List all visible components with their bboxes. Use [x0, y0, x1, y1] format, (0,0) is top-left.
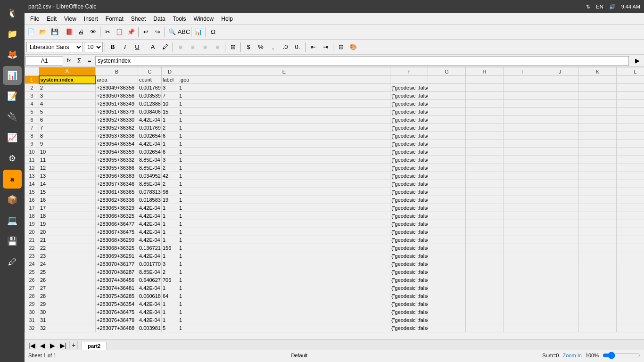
- cell-A2[interactable]: 2: [39, 84, 96, 92]
- cell-G9[interactable]: [428, 140, 466, 148]
- cell-K30[interactable]: [579, 308, 617, 316]
- cell-K12[interactable]: [579, 164, 617, 172]
- row-num-10[interactable]: 10: [25, 148, 39, 156]
- cell-H13[interactable]: [466, 172, 504, 180]
- cell-A6[interactable]: 6: [39, 116, 96, 124]
- redo-button[interactable]: ↪: [152, 26, 163, 38]
- menu-sheet[interactable]: Sheet: [127, 15, 149, 23]
- cell-C12[interactable]: 8.85E-04: [138, 164, 162, 172]
- row-num-25[interactable]: 25: [25, 268, 39, 276]
- cell-D5[interactable]: 15: [162, 108, 178, 116]
- edit-icon[interactable]: 🖊: [3, 253, 22, 272]
- cell-D12[interactable]: 2: [162, 164, 178, 172]
- cell-D1[interactable]: label: [162, 76, 178, 84]
- cell-K17[interactable]: [579, 204, 617, 212]
- cell-A1[interactable]: system:index: [39, 76, 96, 84]
- cell-I22[interactable]: [504, 244, 541, 252]
- cell-I12[interactable]: [504, 164, 541, 172]
- cell-F20[interactable]: {"geodesic":false,"type":"Polygon","coor…: [390, 228, 428, 236]
- cell-L30[interactable]: [617, 308, 644, 316]
- cell-E32[interactable]: 1: [178, 324, 390, 332]
- cell-B7[interactable]: +283052+36362: [96, 124, 138, 132]
- font-name-select[interactable]: Liberation Sans: [26, 42, 83, 52]
- cell-K2[interactable]: [579, 84, 617, 92]
- cell-D7[interactable]: 2: [162, 124, 178, 132]
- cell-F24[interactable]: {"geodesic":false,"type":"Polygon","coor…: [390, 260, 428, 268]
- cell-F19[interactable]: {"geodesic":false,"type":"Polygon","coor…: [390, 220, 428, 228]
- cell-I18[interactable]: [504, 212, 541, 220]
- cell-E24[interactable]: 1: [178, 260, 390, 268]
- formula-input[interactable]: [95, 56, 629, 66]
- cell-I16[interactable]: [504, 196, 541, 204]
- highlight-button[interactable]: 🖊: [159, 41, 171, 53]
- cell-D25[interactable]: 2: [162, 268, 178, 276]
- cell-C5[interactable]: 0.0084063431: [138, 108, 162, 116]
- cell-B17[interactable]: +283065+36329: [96, 204, 138, 212]
- cell-B23[interactable]: +283069+36291: [96, 252, 138, 260]
- cell-I26[interactable]: [504, 276, 541, 284]
- cell-J27[interactable]: [541, 284, 579, 292]
- cell-C7[interactable]: 0.0017697729: [138, 124, 162, 132]
- cell-I7[interactable]: [504, 124, 541, 132]
- cell-I8[interactable]: [504, 132, 541, 140]
- cell-K29[interactable]: [579, 300, 617, 308]
- cell-K7[interactable]: [579, 124, 617, 132]
- row-num-16[interactable]: 16: [25, 196, 39, 204]
- cell-L25[interactable]: [617, 268, 644, 276]
- cell-J19[interactable]: [541, 220, 579, 228]
- col-header-F[interactable]: F: [390, 67, 428, 76]
- cell-F30[interactable]: {"geodesic":false,"type":"Polygon","coor…: [390, 308, 428, 316]
- cell-E26[interactable]: 1: [178, 276, 390, 284]
- cell-J15[interactable]: [541, 188, 579, 196]
- cell-L3[interactable]: [617, 92, 644, 100]
- cell-F16[interactable]: {"geodesic":false,"type":"Polygon","coor…: [390, 196, 428, 204]
- cell-C11[interactable]: 8.85E-04: [138, 156, 162, 164]
- cell-I1[interactable]: [504, 76, 541, 84]
- cell-D21[interactable]: 1: [162, 236, 178, 244]
- cell-H24[interactable]: [466, 260, 504, 268]
- cell-D27[interactable]: 1: [162, 284, 178, 292]
- save-button[interactable]: 💾: [49, 26, 60, 38]
- cell-H29[interactable]: [466, 300, 504, 308]
- align-right-button[interactable]: ≡: [199, 41, 211, 53]
- cell-C24[interactable]: 0.0017700407: [138, 260, 162, 268]
- cell-I23[interactable]: [504, 252, 541, 260]
- zoom-slider[interactable]: [603, 352, 640, 359]
- cell-F21[interactable]: {"geodesic":false,"type":"Polygon","coor…: [390, 236, 428, 244]
- menu-edit[interactable]: Edit: [43, 15, 60, 23]
- cell-D24[interactable]: 3: [162, 260, 178, 268]
- cell-G8[interactable]: [428, 132, 466, 140]
- menu-view[interactable]: View: [60, 15, 80, 23]
- row-num-30[interactable]: 30: [25, 308, 39, 316]
- install-icon[interactable]: 📦: [3, 190, 22, 209]
- cell-E4[interactable]: 1: [178, 100, 390, 108]
- cell-L23[interactable]: [617, 252, 644, 260]
- cell-H28[interactable]: [466, 292, 504, 300]
- cell-H21[interactable]: [466, 236, 504, 244]
- italic-button[interactable]: I: [119, 41, 131, 53]
- cell-C20[interactable]: 4.42E-04: [138, 228, 162, 236]
- cell-B26[interactable]: +283074+36456: [96, 276, 138, 284]
- cell-I29[interactable]: [504, 300, 541, 308]
- cell-G22[interactable]: [428, 244, 466, 252]
- cell-H16[interactable]: [466, 196, 504, 204]
- cell-K22[interactable]: [579, 244, 617, 252]
- cell-K13[interactable]: [579, 172, 617, 180]
- cell-I20[interactable]: [504, 228, 541, 236]
- row-num-13[interactable]: 13: [25, 172, 39, 180]
- cell-H12[interactable]: [466, 164, 504, 172]
- cell-F23[interactable]: {"geodesic":false,"type":"Polygon","coor…: [390, 252, 428, 260]
- cell-E20[interactable]: 1: [178, 228, 390, 236]
- print-button[interactable]: 🖨: [75, 26, 87, 38]
- cell-C31[interactable]: 4.42E-04: [138, 316, 162, 324]
- cell-E7[interactable]: 1: [178, 124, 390, 132]
- cell-B22[interactable]: +283068+36325: [96, 244, 138, 252]
- cell-I25[interactable]: [504, 268, 541, 276]
- cell-I11[interactable]: [504, 156, 541, 164]
- cell-B2[interactable]: +283049+36356: [96, 84, 138, 92]
- preview-button[interactable]: 👁: [87, 26, 99, 38]
- row-num-2[interactable]: 2: [25, 84, 39, 92]
- cell-G5[interactable]: [428, 108, 466, 116]
- cell-K18[interactable]: [579, 212, 617, 220]
- cell-D3[interactable]: 7: [162, 92, 178, 100]
